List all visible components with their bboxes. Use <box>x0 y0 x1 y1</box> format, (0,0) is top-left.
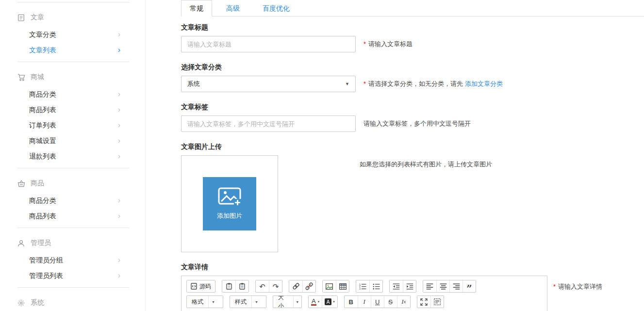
add-image-button[interactable]: 添加图片 <box>203 177 256 230</box>
required-star: * <box>363 40 366 48</box>
chevron-right-icon: › <box>118 86 120 102</box>
editor-toolbar-row-1: 源码 <box>186 280 542 293</box>
category-label: 选择文章分类 <box>181 63 644 72</box>
underline-button[interactable]: U <box>371 296 384 308</box>
style-select[interactable]: 样式 ▾ <box>230 295 266 308</box>
category-select-value: 系统 <box>187 80 200 88</box>
undo-button[interactable]: ↶ <box>256 280 269 292</box>
tab-advanced[interactable]: 高级 <box>217 0 248 16</box>
blockquote-button[interactable]: ” <box>462 280 476 292</box>
outdent-button[interactable] <box>390 280 403 292</box>
sidebar-item-mall-settings[interactable]: 商城设置› <box>17 133 129 148</box>
align-left-icon <box>426 283 433 290</box>
chevron-down-icon: ▾ <box>251 296 261 308</box>
strikethrough-button[interactable]: S <box>384 296 397 308</box>
basket-icon <box>17 180 26 187</box>
source-button[interactable]: 源码 <box>187 280 215 292</box>
paste-icon <box>226 283 232 290</box>
remove-format-button[interactable]: Ix <box>397 296 410 308</box>
sidebar-item-label: 商品分类 <box>29 90 56 98</box>
svg-text:3: 3 <box>359 288 361 290</box>
chevron-down-icon: ▾ <box>318 300 320 304</box>
sidebar-section-goods: 商品商品分类›商品列表› <box>17 168 129 228</box>
add-image-label: 添加图片 <box>217 212 242 220</box>
sidebar-item-mall-order-list[interactable]: 订单列表› <box>17 117 129 133</box>
image-hint: 如果您选择的列表样式有图片，请上传文章图片 <box>360 160 492 169</box>
sidebar-item-goods-category[interactable]: 商品分类› <box>17 193 129 208</box>
format-select[interactable]: 格式 ▾ <box>186 295 223 308</box>
image-button[interactable] <box>323 280 336 292</box>
ordered-list-button[interactable]: 123 <box>356 280 369 292</box>
paste-button[interactable] <box>222 280 235 292</box>
title-field-group: 文章标题 *请输入文章标题 <box>181 23 644 52</box>
article-tags-input[interactable] <box>181 115 356 132</box>
rich-text-editor: 源码 <box>181 276 547 311</box>
align-right-button[interactable] <box>449 280 462 292</box>
sidebar-item-article-category[interactable]: 文章分类› <box>17 27 129 42</box>
maximize-icon <box>420 298 428 306</box>
tab-general[interactable]: 常规 <box>181 0 212 16</box>
bold-button[interactable]: B <box>345 296 358 308</box>
sidebar-item-mall-goods-category[interactable]: 商品分类› <box>17 86 129 102</box>
chevron-right-icon: › <box>118 208 120 224</box>
sidebar-item-label: 退款列表 <box>29 152 56 160</box>
tags-hint: 请输入文章标签，多个用中文逗号隔开 <box>363 119 471 128</box>
tab-baidu-seo[interactable]: 百度优化 <box>254 0 298 16</box>
bg-color-icon: A <box>325 298 331 305</box>
maximize-button[interactable] <box>417 296 430 308</box>
add-category-link[interactable]: 添加文章分类 <box>465 80 503 87</box>
sidebar-item-mall-refund-list[interactable]: 退款列表› <box>17 148 129 164</box>
outdent-icon <box>393 283 400 290</box>
tab-bar: 常规 高级 百度优化 <box>181 0 644 16</box>
indent-button[interactable] <box>403 280 416 292</box>
bg-color-button[interactable]: A ▾ <box>322 296 337 308</box>
sidebar-section-head: 商城 <box>17 68 129 86</box>
chevron-right-icon: › <box>118 193 120 208</box>
unlink-button[interactable] <box>302 280 315 292</box>
sidebar-item-label: 商品列表 <box>29 106 56 114</box>
table-button[interactable] <box>336 280 349 292</box>
image-upload-area: 添加图片 <box>181 155 278 252</box>
editor-toolbar-row-2: 格式 ▾ 样式 ▾ 大小 ▾ <box>186 295 542 308</box>
sidebar-item-label: 管理员分组 <box>29 256 63 264</box>
sidebar-item-admin-group[interactable]: 管理员分组› <box>17 252 129 268</box>
unordered-list-button[interactable] <box>369 280 382 292</box>
title-hint-text: 请输入文章标题 <box>368 40 413 48</box>
align-left-button[interactable] <box>423 280 436 292</box>
sidebar-item-goods-list[interactable]: 商品列表› <box>17 208 129 224</box>
paste-from-word-button[interactable] <box>235 280 248 292</box>
redo-button[interactable]: ↷ <box>269 280 282 292</box>
sidebar-item-mall-goods-list[interactable]: 商品列表› <box>17 102 129 117</box>
tags-field-group: 文章标签 请输入文章标签，多个用中文逗号隔开 <box>181 103 644 132</box>
sidebar-section-mall: 商城商品分类›商品列表›订单列表›商城设置›退款列表› <box>17 62 129 168</box>
sidebar: 文章文章分类›文章列表›商城商品分类›商品列表›订单列表›商城设置›退款列表›商… <box>0 0 146 311</box>
italic-button[interactable]: I <box>358 296 371 308</box>
text-color-button[interactable]: A ▾ <box>309 296 322 308</box>
underline-icon: U <box>375 298 380 306</box>
source-label: 源码 <box>199 282 211 291</box>
image-hint-text: 如果您选择的列表样式有图片，请上传文章图片 <box>360 161 492 168</box>
article-title-input[interactable] <box>181 36 356 52</box>
sidebar-section-head: 商品 <box>17 174 129 193</box>
gear-icon <box>17 299 26 307</box>
page: 文章文章分类›文章列表›商城商品分类›商品列表›订单列表›商城设置›退款列表›商… <box>0 0 644 311</box>
chevron-down-icon: ▾ <box>293 296 301 308</box>
image-plus-icon <box>218 187 241 207</box>
category-hint-text: 请选择文章分类，如无分类，请先 <box>368 80 463 87</box>
unordered-list-icon <box>373 283 380 290</box>
text-color-icon: A <box>311 298 316 306</box>
sidebar-section-label: 文章 <box>31 13 44 22</box>
category-select[interactable]: 系统 ▼ <box>181 76 356 92</box>
required-star: * <box>363 80 366 87</box>
size-select[interactable]: 大小 ▾ <box>273 295 302 308</box>
main-content: 常规 高级 百度优化 文章标题 *请输入文章标题 选择文章分类 系统 ▼ <box>146 0 644 311</box>
align-center-button[interactable] <box>436 280 449 292</box>
ordered-list-icon: 123 <box>359 283 366 290</box>
chevron-right-icon: › <box>118 117 120 133</box>
sidebar-item-admin-list[interactable]: 管理员列表› <box>17 268 129 283</box>
tags-label: 文章标签 <box>181 103 644 112</box>
link-button[interactable] <box>289 280 302 292</box>
show-blocks-button[interactable] <box>430 296 444 308</box>
chevron-down-icon: ▾ <box>208 296 218 308</box>
sidebar-item-article-list[interactable]: 文章列表› <box>17 42 129 58</box>
